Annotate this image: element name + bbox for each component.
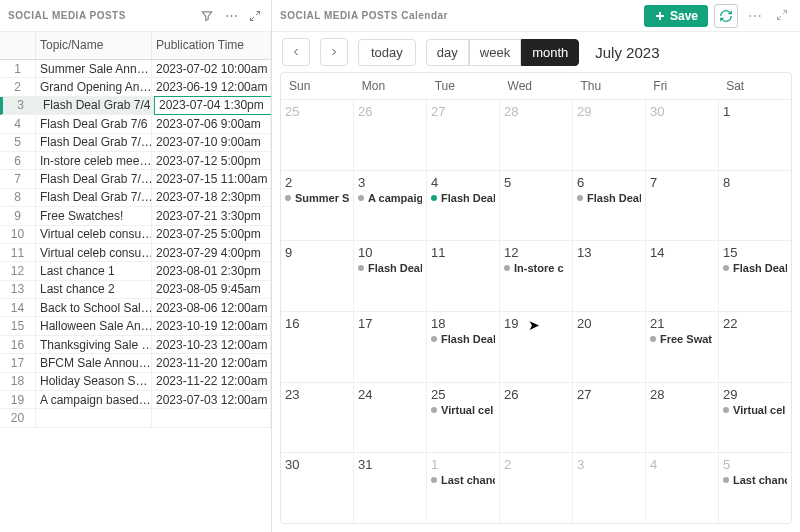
table-row[interactable]: 6In-store celeb mee…2023-07-12 5:00pm — [0, 152, 271, 170]
row-topic[interactable]: Last chance 2 — [36, 281, 152, 298]
row-topic[interactable]: Thanksgiving Sale … — [36, 336, 152, 353]
calendar-day-cell[interactable]: 25Virtual cel — [427, 383, 500, 453]
row-time[interactable]: 2023-07-10 9:00am — [152, 134, 271, 151]
row-topic[interactable]: Free Swatches! — [36, 207, 152, 224]
table-row[interactable]: 1Summer Sale Ann…2023-07-02 10:00am — [0, 60, 271, 78]
calendar-day-cell[interactable]: 25 — [281, 100, 354, 170]
calendar-day-cell[interactable]: 3 — [573, 453, 646, 523]
table-row[interactable]: 18Holiday Season S…2023-11-22 12:00am — [0, 373, 271, 391]
calendar-day-cell[interactable]: 29Virtual cel — [719, 383, 791, 453]
calendar-event[interactable]: Last chanc — [431, 474, 495, 486]
row-time[interactable]: 2023-07-29 4:00pm — [152, 244, 271, 261]
calendar-event[interactable]: Flash Deal — [723, 262, 787, 274]
row-time[interactable]: 2023-06-19 12:00am — [152, 78, 271, 95]
calendar-day-cell[interactable]: 11 — [427, 241, 500, 311]
row-topic[interactable]: A campaign based… — [36, 391, 152, 408]
table-row[interactable]: 14Back to School Sal…2023-08-06 12:00am — [0, 299, 271, 317]
calendar-day-cell[interactable]: 1 — [719, 100, 791, 170]
refresh-icon[interactable] — [714, 4, 738, 28]
calendar-day-cell[interactable]: 1Last chanc — [427, 453, 500, 523]
row-time[interactable]: 2023-10-23 12:00am — [152, 336, 271, 353]
calendar-day-cell[interactable]: 5Last chanc — [719, 453, 791, 523]
row-topic[interactable]: Grand Opening An… — [36, 78, 152, 95]
calendar-day-cell[interactable]: 14 — [646, 241, 719, 311]
row-time[interactable]: 2023-07-15 11:00am — [152, 170, 271, 187]
expand-icon[interactable] — [772, 8, 792, 24]
row-time[interactable]: 2023-11-20 12:00am — [152, 354, 271, 371]
row-topic[interactable]: Flash Deal Grab 7/6 — [36, 115, 152, 132]
calendar-day-cell[interactable]: 26 — [500, 383, 573, 453]
row-topic[interactable]: Last chance 1 — [36, 262, 152, 279]
calendar-day-cell[interactable]: 27 — [573, 383, 646, 453]
calendar-event[interactable]: Flash Deal — [431, 333, 495, 345]
row-topic[interactable]: Holiday Season S… — [36, 373, 152, 390]
calendar-day-cell[interactable]: 21Free Swat — [646, 312, 719, 382]
calendar-day-cell[interactable]: 4 — [646, 453, 719, 523]
filter-icon[interactable] — [199, 8, 215, 24]
row-topic[interactable]: Flash Deal Grab 7/… — [36, 170, 152, 187]
today-button[interactable]: today — [358, 39, 416, 66]
row-topic[interactable]: Flash Deal Grab 7/4 — [39, 97, 155, 114]
table-row[interactable]: 10Virtual celeb consu…2023-07-25 5:00pm — [0, 226, 271, 244]
calendar-day-cell[interactable]: 8 — [719, 171, 791, 241]
row-topic[interactable]: Back to School Sal… — [36, 299, 152, 316]
col-header-time[interactable]: Publication Time — [152, 32, 271, 59]
row-topic[interactable]: Halloween Sale An… — [36, 317, 152, 334]
more-icon[interactable]: ⋯ — [744, 8, 766, 24]
calendar-day-cell[interactable]: 22 — [719, 312, 791, 382]
calendar-event[interactable]: Last chanc — [723, 474, 787, 486]
calendar-event[interactable]: In-store c — [504, 262, 568, 274]
row-topic[interactable]: Virtual celeb consu… — [36, 244, 152, 261]
save-button[interactable]: Save — [644, 5, 708, 27]
expand-icon[interactable] — [247, 8, 263, 24]
table-row[interactable]: 2Grand Opening An…2023-06-19 12:00am — [0, 78, 271, 96]
row-time[interactable]: 2023-07-12 5:00pm — [152, 152, 271, 169]
calendar-day-cell[interactable]: 29 — [573, 100, 646, 170]
calendar-day-cell[interactable]: 26 — [354, 100, 427, 170]
row-time[interactable]: 2023-08-05 9:45am — [152, 281, 271, 298]
calendar-event[interactable]: Free Swat — [650, 333, 714, 345]
more-icon[interactable]: ⋯ — [223, 8, 239, 24]
table-row[interactable]: 5Flash Deal Grab 7/…2023-07-10 9:00am — [0, 134, 271, 152]
calendar-day-cell[interactable]: 7 — [646, 171, 719, 241]
calendar-event[interactable]: Flash Deal — [358, 262, 422, 274]
calendar-event[interactable]: Flash Deal — [577, 192, 641, 204]
row-time[interactable]: 2023-08-01 2:30pm — [152, 262, 271, 279]
row-topic[interactable]: Summer Sale Ann… — [36, 60, 152, 77]
table-row[interactable]: 11Virtual celeb consu…2023-07-29 4:00pm — [0, 244, 271, 262]
calendar-day-cell[interactable]: 2 — [500, 453, 573, 523]
row-topic[interactable]: BFCM Sale Annou… — [36, 354, 152, 371]
view-day-button[interactable]: day — [426, 39, 469, 66]
calendar-day-cell[interactable]: 10Flash Deal — [354, 241, 427, 311]
row-time[interactable]: 2023-10-19 12:00am — [152, 317, 271, 334]
row-topic[interactable]: Virtual celeb consu… — [36, 226, 152, 243]
calendar-day-cell[interactable]: 2Summer S — [281, 171, 354, 241]
calendar-day-cell[interactable]: 12In-store c — [500, 241, 573, 311]
calendar-day-cell[interactable]: 6Flash Deal — [573, 171, 646, 241]
calendar-event[interactable]: Virtual cel — [723, 404, 787, 416]
row-time[interactable]: 2023-07-06 9:00am — [152, 115, 271, 132]
calendar-day-cell[interactable]: 30 — [281, 453, 354, 523]
calendar-day-cell[interactable]: 20 — [573, 312, 646, 382]
table-row[interactable]: 4Flash Deal Grab 7/62023-07-06 9:00am — [0, 115, 271, 133]
view-week-button[interactable]: week — [469, 39, 521, 66]
calendar-day-cell[interactable]: 28 — [500, 100, 573, 170]
table-row[interactable]: 3Flash Deal Grab 7/42023-07-04 1:30pm — [0, 97, 271, 115]
calendar-day-cell[interactable]: 3A campaig — [354, 171, 427, 241]
table-row[interactable]: 13Last chance 22023-08-05 9:45am — [0, 281, 271, 299]
row-time[interactable]: 2023-08-06 12:00am — [152, 299, 271, 316]
row-time[interactable]: 2023-07-25 5:00pm — [152, 226, 271, 243]
calendar-event[interactable]: A campaig — [358, 192, 422, 204]
table-row[interactable]: 7Flash Deal Grab 7/…2023-07-15 11:00am — [0, 170, 271, 188]
calendar-day-cell[interactable]: 28 — [646, 383, 719, 453]
calendar-event[interactable]: Flash Deal — [431, 192, 495, 204]
calendar-day-cell[interactable]: 17 — [354, 312, 427, 382]
calendar-day-cell[interactable]: 13 — [573, 241, 646, 311]
calendar-day-cell[interactable]: 31 — [354, 453, 427, 523]
row-time[interactable]: 2023-07-18 2:30pm — [152, 189, 271, 206]
row-time[interactable]: 2023-07-03 12:00am — [152, 391, 271, 408]
row-time[interactable]: 2023-07-02 10:00am — [152, 60, 271, 77]
calendar-day-cell[interactable]: 16 — [281, 312, 354, 382]
row-time[interactable]: 2023-07-21 3:30pm — [152, 207, 271, 224]
table-row[interactable]: 9Free Swatches!2023-07-21 3:30pm — [0, 207, 271, 225]
